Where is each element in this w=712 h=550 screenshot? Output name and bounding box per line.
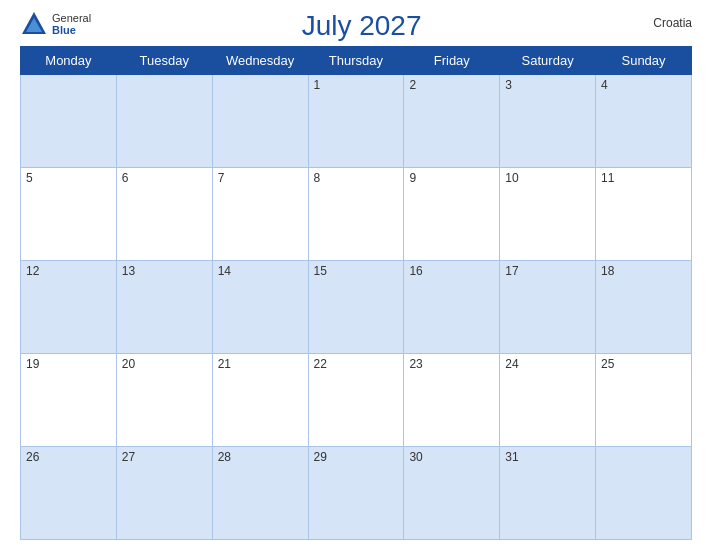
- calendar-week-3: 12131415161718: [21, 261, 692, 354]
- day-number: 26: [26, 450, 39, 464]
- day-number: 2: [409, 78, 416, 92]
- calendar-body: 1234567891011121314151617181920212223242…: [21, 75, 692, 540]
- day-number: 8: [314, 171, 321, 185]
- logo: General Blue: [20, 10, 91, 38]
- weekday-header-wednesday: Wednesday: [212, 47, 308, 75]
- weekday-header-tuesday: Tuesday: [116, 47, 212, 75]
- day-number: 24: [505, 357, 518, 371]
- day-number: 13: [122, 264, 135, 278]
- day-number: 30: [409, 450, 422, 464]
- logo-icon: [20, 10, 48, 38]
- day-number: 9: [409, 171, 416, 185]
- day-number: 4: [601, 78, 608, 92]
- day-number: 7: [218, 171, 225, 185]
- calendar-cell: 12: [21, 261, 117, 354]
- calendar-cell: 23: [404, 354, 500, 447]
- calendar-cell: [116, 75, 212, 168]
- calendar-cell: 11: [596, 168, 692, 261]
- calendar-cell: 26: [21, 447, 117, 540]
- calendar-cell: 4: [596, 75, 692, 168]
- day-number: 21: [218, 357, 231, 371]
- calendar-table: MondayTuesdayWednesdayThursdayFridaySatu…: [20, 46, 692, 540]
- day-number: 15: [314, 264, 327, 278]
- day-number: 29: [314, 450, 327, 464]
- calendar-cell: 22: [308, 354, 404, 447]
- calendar-week-2: 567891011: [21, 168, 692, 261]
- day-number: 6: [122, 171, 129, 185]
- weekday-header-thursday: Thursday: [308, 47, 404, 75]
- day-number: 31: [505, 450, 518, 464]
- day-number: 19: [26, 357, 39, 371]
- calendar-cell: 16: [404, 261, 500, 354]
- logo-text: General Blue: [52, 12, 91, 36]
- calendar-cell: 17: [500, 261, 596, 354]
- day-number: 1: [314, 78, 321, 92]
- weekday-header-friday: Friday: [404, 47, 500, 75]
- logo-general-text: General: [52, 12, 91, 24]
- calendar-cell: 3: [500, 75, 596, 168]
- calendar-cell: 27: [116, 447, 212, 540]
- day-number: 10: [505, 171, 518, 185]
- calendar-cell: 1: [308, 75, 404, 168]
- day-number: 12: [26, 264, 39, 278]
- calendar-cell: 2: [404, 75, 500, 168]
- calendar-cell: 30: [404, 447, 500, 540]
- calendar-cell: 29: [308, 447, 404, 540]
- calendar-cell: [596, 447, 692, 540]
- calendar-cell: 25: [596, 354, 692, 447]
- calendar-cell: [21, 75, 117, 168]
- weekday-header-saturday: Saturday: [500, 47, 596, 75]
- weekday-header-row: MondayTuesdayWednesdayThursdayFridaySatu…: [21, 47, 692, 75]
- calendar-header: MondayTuesdayWednesdayThursdayFridaySatu…: [21, 47, 692, 75]
- calendar-cell: 7: [212, 168, 308, 261]
- day-number: 28: [218, 450, 231, 464]
- calendar-cell: 19: [21, 354, 117, 447]
- day-number: 22: [314, 357, 327, 371]
- calendar-cell: 24: [500, 354, 596, 447]
- calendar-week-5: 262728293031: [21, 447, 692, 540]
- weekday-header-sunday: Sunday: [596, 47, 692, 75]
- calendar-cell: 9: [404, 168, 500, 261]
- calendar-cell: 10: [500, 168, 596, 261]
- country-label: Croatia: [632, 10, 692, 30]
- calendar-cell: 21: [212, 354, 308, 447]
- day-number: 27: [122, 450, 135, 464]
- calendar-cell: 6: [116, 168, 212, 261]
- calendar-week-4: 19202122232425: [21, 354, 692, 447]
- calendar-cell: 15: [308, 261, 404, 354]
- day-number: 3: [505, 78, 512, 92]
- weekday-header-monday: Monday: [21, 47, 117, 75]
- calendar-cell: 31: [500, 447, 596, 540]
- day-number: 14: [218, 264, 231, 278]
- calendar-cell: 18: [596, 261, 692, 354]
- day-number: 11: [601, 171, 614, 185]
- calendar-cell: 13: [116, 261, 212, 354]
- logo-blue-text: Blue: [52, 24, 91, 36]
- day-number: 25: [601, 357, 614, 371]
- day-number: 5: [26, 171, 33, 185]
- day-number: 23: [409, 357, 422, 371]
- calendar-week-1: 1234: [21, 75, 692, 168]
- calendar-cell: 20: [116, 354, 212, 447]
- day-number: 18: [601, 264, 614, 278]
- calendar-cell: 14: [212, 261, 308, 354]
- header: General Blue July 2027 Croatia: [20, 10, 692, 42]
- calendar-title: July 2027: [302, 10, 422, 41]
- title-area: July 2027: [91, 10, 632, 42]
- calendar-cell: 28: [212, 447, 308, 540]
- calendar-cell: 5: [21, 168, 117, 261]
- day-number: 20: [122, 357, 135, 371]
- day-number: 16: [409, 264, 422, 278]
- calendar-cell: 8: [308, 168, 404, 261]
- calendar-cell: [212, 75, 308, 168]
- day-number: 17: [505, 264, 518, 278]
